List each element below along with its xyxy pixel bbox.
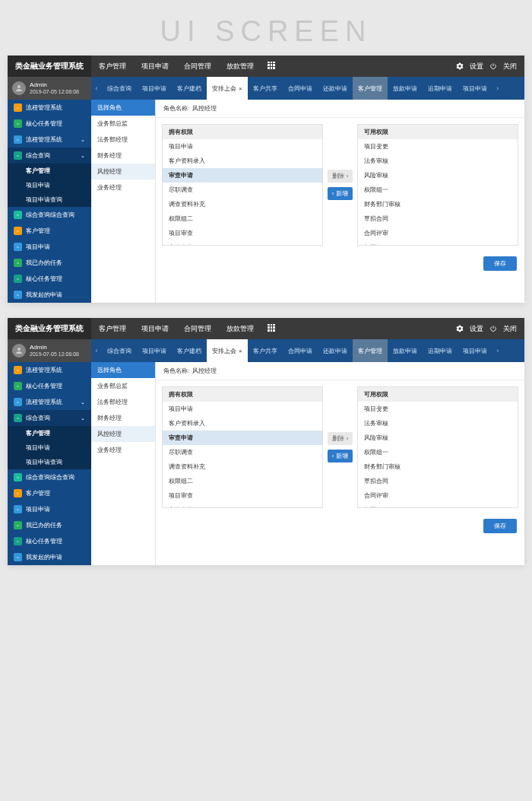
permission-item[interactable]: 调查资料补充: [163, 197, 322, 211]
sidebar-item[interactable]: ▫综合查询综合查询: [8, 469, 91, 485]
tab[interactable]: 项目申请: [458, 77, 492, 100]
sidebar-subitem[interactable]: 客户管理: [8, 426, 91, 440]
permission-item[interactable]: 审查会议: [163, 503, 322, 508]
sidebar-subitem[interactable]: 项目申请查询: [8, 192, 91, 207]
close-label[interactable]: 关闭: [503, 324, 517, 334]
sidebar-item[interactable]: ▫我已办的任务: [8, 255, 91, 271]
permission-item[interactable]: 审查会议: [163, 240, 322, 246]
save-button[interactable]: 保存: [483, 519, 517, 533]
power-icon[interactable]: [489, 62, 497, 70]
sidebar-item[interactable]: ▫综合查询综合查询: [8, 207, 91, 223]
tab[interactable]: 综合查询: [102, 77, 137, 100]
sidebar-item[interactable]: ▫核心任务管理: [8, 116, 91, 132]
settings-label[interactable]: 设置: [470, 62, 483, 72]
permission-item[interactable]: 审查申请: [163, 431, 322, 445]
tab[interactable]: 追期申请: [423, 339, 458, 362]
nav-item[interactable]: 合同管理: [176, 62, 219, 72]
role-item[interactable]: 风控经理: [91, 426, 155, 442]
sidebar-subitem[interactable]: 项目申请查询: [8, 455, 91, 469]
permission-item[interactable]: 财务部门审核: [358, 197, 518, 211]
tab[interactable]: 客户管理: [353, 339, 388, 362]
permission-item[interactable]: 调查资料补充: [163, 459, 322, 474]
apps-grid-icon[interactable]: [268, 324, 275, 332]
sidebar-item[interactable]: ▫项目申请: [8, 239, 91, 255]
tab-scroll-right-icon[interactable]: ›: [492, 339, 503, 362]
role-item[interactable]: 业务经理: [91, 180, 155, 195]
close-icon[interactable]: ×: [239, 85, 242, 92]
role-item[interactable]: 风控经理: [91, 164, 155, 180]
permission-item[interactable]: 风险审核: [358, 431, 518, 445]
permission-item[interactable]: 权限组二: [163, 211, 322, 226]
tab[interactable]: 放款申请: [388, 77, 423, 100]
tab[interactable]: 项目申请: [137, 77, 172, 100]
power-icon[interactable]: [489, 325, 497, 332]
delete-button[interactable]: 删除›: [328, 170, 353, 183]
save-button[interactable]: 保存: [483, 256, 517, 271]
permission-item[interactable]: 权限组一: [358, 183, 518, 197]
permission-item[interactable]: 合同评审: [358, 226, 518, 240]
nav-item[interactable]: 放款管理: [219, 62, 261, 72]
tab[interactable]: 项目申请: [137, 339, 172, 362]
permission-item[interactable]: 项目变更: [358, 139, 518, 154]
sidebar-item[interactable]: ▫流程管理系统⌄: [8, 394, 91, 410]
sidebar-item[interactable]: ▫客户管理: [8, 485, 91, 501]
sidebar-subitem[interactable]: 项目申请: [8, 178, 91, 192]
permission-item[interactable]: 客户资料录入: [163, 416, 322, 431]
tab[interactable]: 还款申请: [318, 77, 353, 100]
add-button[interactable]: ‹新增: [328, 187, 353, 200]
permission-item[interactable]: 项目审查: [163, 226, 322, 240]
tab[interactable]: 客户建档: [172, 339, 207, 362]
permission-item[interactable]: 审查申请: [163, 168, 322, 183]
role-item[interactable]: 法务部经理: [91, 394, 155, 410]
apps-grid-icon[interactable]: [268, 62, 275, 69]
sidebar-item[interactable]: ▫综合查询⌄: [8, 148, 91, 164]
delete-button[interactable]: 删除›: [328, 432, 353, 445]
role-item[interactable]: 法务部经理: [91, 132, 155, 148]
sidebar-item[interactable]: ▫核心任务管理: [8, 378, 91, 394]
permission-item[interactable]: 风险审核: [358, 168, 518, 183]
sidebar-item[interactable]: ▫综合查询⌄: [8, 410, 91, 426]
sidebar-subitem[interactable]: 项目申请: [8, 440, 91, 455]
permission-item[interactable]: 项目审查: [163, 488, 322, 503]
tab[interactable]: 客户共享: [248, 77, 283, 100]
tab-scroll-left-icon[interactable]: ‹: [91, 339, 102, 362]
tab[interactable]: 项目申请: [458, 339, 492, 362]
tab[interactable]: 放款申请: [388, 339, 423, 362]
permission-item[interactable]: 尽职调查: [163, 183, 322, 197]
settings-label[interactable]: 设置: [470, 324, 483, 334]
gear-icon[interactable]: [456, 62, 464, 70]
nav-item[interactable]: 合同管理: [176, 324, 219, 334]
nav-item[interactable]: 客户管理: [91, 62, 134, 72]
tab-active[interactable]: 安排上会×: [207, 77, 248, 100]
sidebar-item[interactable]: ▫我发起的申请: [8, 549, 91, 565]
role-item[interactable]: 财务经理: [91, 410, 155, 426]
permission-item[interactable]: 尽职调查: [163, 445, 322, 459]
tab[interactable]: 客户管理: [353, 77, 388, 100]
tab-active[interactable]: 安排上会×: [207, 339, 248, 362]
permission-item[interactable]: 财务部门审核: [358, 459, 518, 474]
role-item[interactable]: 业务经理: [91, 442, 155, 458]
tab[interactable]: 还款申请: [318, 339, 353, 362]
sidebar-item[interactable]: ▫核心任务管理: [8, 271, 91, 287]
permission-item[interactable]: 合同评审: [358, 488, 518, 503]
sidebar-item[interactable]: ▫流程管理系统: [8, 100, 91, 116]
permission-item[interactable]: 权限组一: [358, 445, 518, 459]
sidebar-item[interactable]: ▫流程管理系统: [8, 362, 91, 378]
tab[interactable]: 合同申请: [283, 77, 318, 100]
nav-item[interactable]: 项目申请: [134, 62, 176, 72]
permission-item[interactable]: 项目申请: [163, 139, 322, 154]
role-item[interactable]: 业务部总监: [91, 378, 155, 394]
tab[interactable]: 客户共享: [248, 339, 283, 362]
tab-scroll-left-icon[interactable]: ‹: [91, 77, 102, 100]
sidebar-item[interactable]: ▫客户管理: [8, 223, 91, 239]
sidebar-item[interactable]: ▫项目申请: [8, 501, 91, 517]
sidebar-item[interactable]: ▫流程管理系统⌄: [8, 132, 91, 148]
sidebar-item[interactable]: ▫我已办的任务: [8, 517, 91, 533]
sidebar-subitem[interactable]: 客户管理: [8, 164, 91, 178]
role-item[interactable]: 财务经理: [91, 148, 155, 164]
permission-item[interactable]: 项目变更: [358, 402, 518, 416]
tab[interactable]: 追期申请: [423, 77, 458, 100]
permission-item[interactable]: 法务审核: [358, 154, 518, 168]
sidebar-item[interactable]: ▫核心任务管理: [8, 533, 91, 549]
close-icon[interactable]: ×: [239, 348, 242, 354]
